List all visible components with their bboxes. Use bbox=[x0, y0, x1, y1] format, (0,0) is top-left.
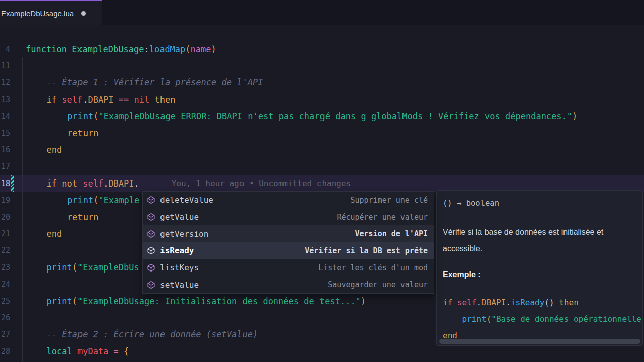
suggestion-item-setValue[interactable]: setValueSauvegarder une valeur bbox=[143, 276, 434, 293]
suggestion-label: listKeys bbox=[160, 263, 199, 273]
suggestion-label: setValue bbox=[160, 280, 199, 290]
suggestion-item-getVersion[interactable]: getVersionVersion de l'API bbox=[143, 225, 434, 242]
signature-text: () → boolean bbox=[443, 199, 499, 208]
indent-guide bbox=[48, 192, 48, 223]
code-text: end bbox=[47, 145, 62, 155]
code-text: function ExampleDbUsage:loadMap(name) bbox=[26, 44, 216, 54]
indent-guide bbox=[22, 57, 23, 362]
suggestion-detail: Version de l'API bbox=[355, 229, 428, 238]
code-line-11[interactable]: 11 bbox=[0, 57, 644, 74]
code-text: return bbox=[67, 128, 98, 138]
line-number[interactable]: 11 bbox=[0, 61, 10, 70]
method-cube-icon bbox=[147, 281, 155, 289]
line-number[interactable]: 18 bbox=[0, 179, 10, 188]
method-cube-icon bbox=[147, 263, 155, 272]
code-line-16[interactable]: 16end bbox=[0, 141, 644, 158]
line-number[interactable]: 27 bbox=[0, 330, 10, 339]
line-number[interactable]: 15 bbox=[0, 129, 10, 138]
line-number[interactable]: 26 bbox=[0, 313, 10, 322]
code-text: if self.DBAPI == nil then bbox=[47, 95, 176, 105]
code-text: print("ExampleDbUs bbox=[47, 262, 139, 273]
example-heading: Exemple : bbox=[443, 270, 481, 279]
unsaved-changes-dot-icon[interactable] bbox=[81, 11, 86, 16]
line-number[interactable]: 28 bbox=[0, 347, 10, 356]
suggestion-detail: Supprimer une clé bbox=[350, 196, 428, 205]
line-number[interactable]: 4 bbox=[0, 45, 10, 54]
suggestion-label: deleteValue bbox=[160, 195, 213, 205]
autocomplete-popup: deleteValueSupprimer une clégetValueRécu… bbox=[142, 191, 434, 294]
line-number[interactable]: 25 bbox=[0, 297, 10, 306]
suggestion-item-listKeys[interactable]: listKeysLister les clés d'un mod bbox=[143, 259, 434, 277]
line-number[interactable]: 24 bbox=[0, 280, 10, 289]
suggestion-label: getVersion bbox=[160, 229, 208, 239]
modified-line-gutter-indicator bbox=[11, 175, 14, 192]
code-line-15[interactable]: 15return bbox=[0, 125, 644, 142]
code-line-4[interactable]: 4function ExampleDbUsage:loadMap(name) bbox=[0, 41, 644, 58]
code-text: print("ExampleDbUsage: Initialisation de… bbox=[47, 296, 366, 306]
suggestion-item-getValue[interactable]: getValueRécupérer une valeur bbox=[143, 209, 434, 226]
tab-exampledbusage-lua[interactable]: ExampleDbUsage.lua bbox=[0, 0, 102, 25]
code-line-14[interactable]: 14print("ExampleDbUsage ERROR: DBAPI n'e… bbox=[0, 108, 644, 125]
code-text: if not self.DBAPI. bbox=[47, 178, 139, 189]
git-blame-annotation: You, 1 hour ago • Uncommitted changes bbox=[172, 178, 351, 188]
suggestion-detail: Vérifier si la DB est prête bbox=[305, 246, 428, 255]
indent-guide bbox=[48, 108, 48, 141]
line-number[interactable]: 20 bbox=[0, 213, 10, 222]
suggestion-docs-panel: () → boolean Vérifie si la base de donné… bbox=[436, 190, 643, 346]
suggestion-detail: Récupérer une valeur bbox=[337, 213, 428, 222]
line-number[interactable]: 17 bbox=[0, 162, 10, 171]
line-number[interactable]: 13 bbox=[0, 95, 10, 104]
line-number[interactable]: 21 bbox=[0, 229, 10, 238]
code-text: print("ExampleDbUsage ERROR: DBAPI n'est… bbox=[67, 111, 577, 121]
code-text: local myData = { bbox=[47, 346, 129, 356]
code-line-18[interactable]: 18if not self.DBAPI.You, 1 hour ago • Un… bbox=[0, 175, 644, 192]
code-line-13[interactable]: 13if self.DBAPI == nil then bbox=[0, 91, 644, 108]
line-number[interactable]: 12 bbox=[0, 78, 10, 87]
suggestion-label: getValue bbox=[160, 212, 199, 222]
line-number[interactable]: 19 bbox=[0, 196, 10, 205]
line-number[interactable]: 22 bbox=[0, 246, 10, 255]
method-cube-icon bbox=[147, 230, 155, 238]
line-number[interactable]: 23 bbox=[0, 263, 10, 272]
code-text: -- Étape 1 : Vérifier la présence de l'A… bbox=[47, 77, 263, 87]
method-cube-icon bbox=[147, 213, 155, 221]
code-line-12[interactable]: 12-- Étape 1 : Vérifier la présence de l… bbox=[0, 74, 644, 91]
description-text: Vérifie si la base de données est initia… bbox=[443, 224, 634, 257]
code-text: print("Example bbox=[67, 195, 139, 205]
suggestion-label: isReady bbox=[160, 246, 194, 255]
code-line-17[interactable]: 17 bbox=[0, 158, 644, 175]
code-text: -- Étape 2 : Écrire une donnée (setValue… bbox=[47, 329, 258, 339]
code-text: end bbox=[47, 229, 62, 239]
suggestion-detail: Lister les clés d'un mod bbox=[318, 263, 428, 273]
line-number[interactable]: 14 bbox=[0, 112, 10, 121]
horizontal-scrollbar[interactable] bbox=[439, 339, 640, 344]
method-cube-icon bbox=[147, 196, 155, 204]
example-code-block: if self.DBAPI.isReady() then print("Base… bbox=[443, 294, 641, 344]
suggestion-item-isReady[interactable]: isReadyVérifier si la DB est prête bbox=[143, 242, 434, 259]
tab-bar: ExampleDbUsage.lua bbox=[0, 0, 644, 25]
tab-title: ExampleDbUsage.lua bbox=[1, 9, 74, 18]
suggestion-item-deleteValue[interactable]: deleteValueSupprimer une clé bbox=[143, 192, 434, 209]
code-text: return bbox=[67, 212, 98, 222]
method-cube-icon bbox=[147, 246, 155, 255]
line-number[interactable]: 16 bbox=[0, 145, 10, 154]
suggestion-detail: Sauvegarder une valeur bbox=[328, 280, 428, 289]
